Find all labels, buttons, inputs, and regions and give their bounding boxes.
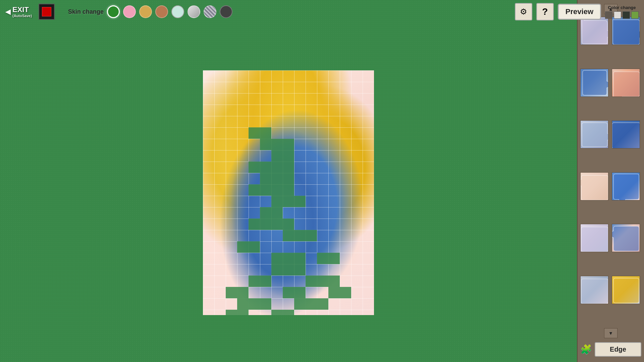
missing-piece xyxy=(260,173,294,184)
autosave-label: (AutoSave) xyxy=(12,14,32,18)
missing-piece xyxy=(226,310,249,315)
exit-button[interactable]: ◀ EXIT (AutoSave) xyxy=(5,6,32,18)
missing-piece xyxy=(271,196,306,207)
top-right-controls: ⚙ ? Preview Color change xyxy=(515,3,639,20)
panel-piece[interactable] xyxy=(612,224,640,252)
missing-piece xyxy=(226,287,249,298)
missing-piece xyxy=(237,298,271,310)
piece-shape xyxy=(581,69,608,97)
panel-piece[interactable] xyxy=(612,172,640,200)
help-button[interactable]: ? xyxy=(536,3,554,20)
piece-shape xyxy=(581,121,608,148)
exit-label: EXIT xyxy=(12,6,29,14)
piece-shape xyxy=(581,173,608,200)
puzzle-thumbnail-icon xyxy=(39,4,55,20)
edge-button[interactable]: Edge xyxy=(595,342,641,357)
missing-piece xyxy=(249,162,294,173)
missing-piece xyxy=(237,241,260,253)
color-swatch-darkgreen[interactable] xyxy=(623,11,630,19)
missing-piece xyxy=(317,253,340,264)
color-change-label: Color change xyxy=(608,5,636,10)
missing-piece xyxy=(249,276,271,287)
piece-shape xyxy=(581,224,608,252)
piece-shape xyxy=(581,276,608,304)
color-swatch-light[interactable] xyxy=(614,11,621,19)
right-panel: ▲ xyxy=(577,0,644,362)
skin-color-teal[interactable] xyxy=(171,5,184,18)
missing-piece xyxy=(271,253,306,276)
panel-piece[interactable] xyxy=(580,172,608,200)
skin-color-brown[interactable] xyxy=(155,5,168,18)
help-icon: ? xyxy=(542,6,548,17)
pieces-grid xyxy=(578,15,644,327)
missing-piece xyxy=(249,127,271,139)
piece-shape xyxy=(612,173,640,200)
panel-bottom: 🧩 Edge xyxy=(578,340,644,359)
skin-color-pink[interactable] xyxy=(123,5,136,18)
piece-shape xyxy=(612,224,640,252)
panel-piece[interactable] xyxy=(580,224,608,252)
panel-piece[interactable] xyxy=(580,276,608,304)
missing-piece xyxy=(260,207,283,219)
panel-piece[interactable] xyxy=(612,276,640,304)
color-change-section: Color change xyxy=(605,5,639,19)
panel-piece[interactable] xyxy=(612,69,640,97)
skin-color-striped[interactable] xyxy=(204,5,216,18)
piece-shape xyxy=(612,276,640,304)
puzzle-piece-icon: 🧩 xyxy=(580,344,592,355)
missing-piece xyxy=(306,276,340,287)
skin-color-tan[interactable] xyxy=(139,5,152,18)
color-swatch-dark[interactable] xyxy=(605,11,612,19)
preview-button[interactable]: Preview xyxy=(558,4,601,20)
top-bar: ◀ EXIT (AutoSave) Skin change ⚙ ? Previe… xyxy=(0,0,644,23)
missing-piece xyxy=(328,287,351,298)
preview-label: Preview xyxy=(566,7,593,16)
settings-button[interactable]: ⚙ xyxy=(515,3,532,20)
skin-change-section: Skin change xyxy=(68,5,232,18)
piece-shape xyxy=(612,69,640,97)
panel-piece[interactable] xyxy=(580,69,608,97)
exit-arrow-icon: ◀ xyxy=(5,8,10,16)
settings-icon: ⚙ xyxy=(520,7,527,16)
skin-color-green[interactable] xyxy=(107,5,120,18)
edge-label: Edge xyxy=(610,346,626,353)
missing-piece xyxy=(294,298,328,310)
puzzle-board[interactable] xyxy=(203,70,374,315)
missing-piece xyxy=(260,139,294,150)
panel-piece[interactable] xyxy=(580,120,608,148)
scroll-down-icon: ▼ xyxy=(608,330,613,336)
puzzle-image xyxy=(203,70,374,315)
color-swatches xyxy=(605,11,639,19)
missing-piece xyxy=(249,184,294,196)
skin-color-dark[interactable] xyxy=(220,5,232,18)
missing-piece xyxy=(283,230,317,241)
skin-color-silver[interactable] xyxy=(187,5,200,18)
missing-piece xyxy=(271,310,294,315)
skin-change-label: Skin change xyxy=(68,8,104,15)
missing-piece xyxy=(249,219,294,230)
red-square-inner xyxy=(42,7,51,16)
scroll-down-button[interactable]: ▼ xyxy=(604,328,618,338)
missing-piece xyxy=(271,150,294,162)
color-swatch-green[interactable] xyxy=(631,11,639,19)
piece-shape xyxy=(612,121,640,148)
missing-piece xyxy=(283,287,306,298)
puzzle-area xyxy=(0,23,577,362)
panel-piece[interactable] xyxy=(612,120,640,148)
